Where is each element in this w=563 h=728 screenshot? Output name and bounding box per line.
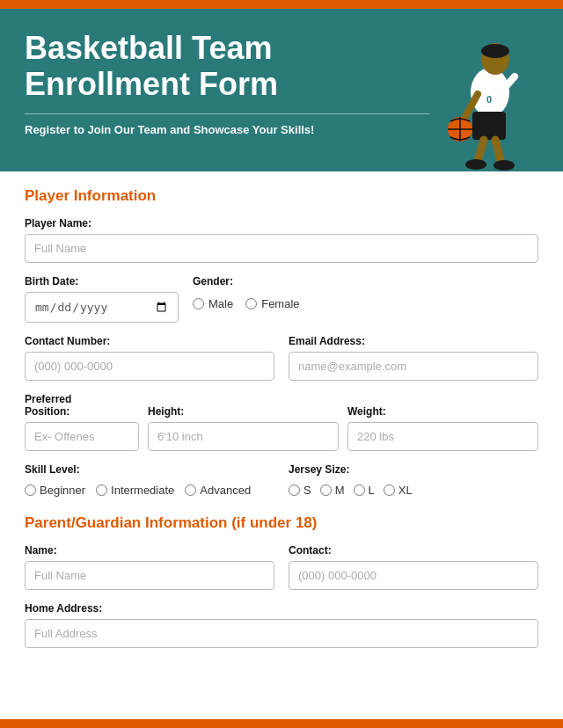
position-field: PreferredPosition: (25, 393, 139, 451)
player-name-input[interactable] (25, 234, 538, 263)
birthdate-label: Birth Date: (25, 275, 179, 288)
height-label: Height: (148, 405, 339, 418)
skill-beginner-radio[interactable] (25, 484, 36, 496)
jersey-m-option[interactable]: M (320, 484, 345, 497)
email-label: Email Address: (289, 335, 538, 347)
weight-input[interactable] (347, 422, 538, 451)
jersey-field: Jersey Size: S M L (289, 463, 538, 497)
gender-male-option[interactable]: Male (193, 297, 233, 310)
svg-rect-6 (472, 112, 506, 140)
height-field: Height: (148, 405, 339, 451)
svg-point-9 (465, 159, 486, 170)
birthdate-input[interactable] (25, 292, 179, 323)
skill-intermediate-option[interactable]: Intermediate (96, 484, 174, 497)
svg-point-3 (481, 44, 509, 58)
weight-label: Weight: (347, 405, 538, 418)
contact-field: Contact Number: (25, 335, 274, 381)
jersey-l-radio[interactable] (354, 484, 365, 496)
skill-intermediate-label: Intermediate (111, 484, 174, 497)
gender-female-label: Female (261, 297, 299, 310)
parent-contact-label: Contact: (289, 544, 538, 557)
skill-beginner-label: Beginner (40, 484, 85, 497)
gender-radio-group: Male Female (193, 297, 538, 310)
gender-male-label: Male (208, 297, 233, 310)
height-input[interactable] (148, 422, 339, 451)
parent-name-input[interactable] (25, 561, 274, 590)
player-info-section: Player Information Player Name: Birth Da… (25, 187, 538, 497)
header-divider (25, 113, 429, 114)
weight-field: Weight: (347, 405, 538, 451)
position-input[interactable] (25, 422, 139, 451)
email-field: Email Address: (289, 335, 538, 381)
skill-intermediate-radio[interactable] (96, 484, 107, 496)
jersey-m-radio[interactable] (320, 484, 332, 496)
jersey-xl-label: XL (398, 484, 413, 497)
parent-name-contact-row: Name: Contact: (25, 544, 538, 590)
form-body: Player Information Player Name: Birth Da… (0, 171, 563, 719)
birthdate-gender-row: Birth Date: Gender: Male Female (25, 275, 538, 323)
parent-contact-input[interactable] (289, 561, 538, 590)
jersey-label: Jersey Size: (289, 463, 538, 476)
gender-male-radio[interactable] (193, 298, 204, 309)
skill-jersey-row: Skill Level: Beginner Intermediate Ad (25, 463, 538, 497)
top-bar (0, 0, 563, 9)
position-height-weight-row: PreferredPosition: Height: Weight: (25, 393, 538, 451)
parent-section-title: Parent/Guardian Information (if under 18… (25, 514, 538, 532)
home-address-label: Home Address: (25, 602, 538, 615)
bottom-bar (0, 719, 563, 728)
skill-field: Skill Level: Beginner Intermediate Ad (25, 463, 274, 497)
jersey-s-label: S (303, 484, 311, 497)
skill-advanced-option[interactable]: Advanced (185, 484, 251, 497)
parent-name-label: Name: (25, 544, 274, 557)
gender-female-radio[interactable] (245, 298, 257, 309)
gender-label: Gender: (193, 275, 538, 288)
skill-radio-group: Beginner Intermediate Advanced (25, 484, 274, 497)
jersey-xl-option[interactable]: XL (384, 484, 413, 497)
form-title: Basketball Team Enrollment Form (25, 30, 359, 103)
parent-section: Parent/Guardian Information (if under 18… (25, 514, 538, 648)
contact-label: Contact Number: (25, 335, 274, 347)
player-section-title: Player Information (25, 187, 538, 205)
skill-advanced-radio[interactable] (185, 484, 196, 496)
player-image: 0 (422, 18, 554, 171)
jersey-l-option[interactable]: L (354, 484, 375, 497)
gender-field: Gender: Male Female (193, 275, 538, 310)
jersey-s-radio[interactable] (289, 484, 300, 496)
svg-text:0: 0 (486, 94, 492, 105)
home-address-field: Home Address: (25, 602, 538, 648)
gender-female-option[interactable]: Female (245, 297, 299, 310)
parent-name-field: Name: (25, 544, 274, 590)
player-name-label: Player Name: (25, 217, 538, 229)
skill-beginner-option[interactable]: Beginner (25, 484, 85, 497)
contact-input[interactable] (25, 352, 274, 381)
jersey-radio-group: S M L XL (289, 484, 538, 497)
skill-advanced-label: Advanced (200, 484, 251, 497)
email-input[interactable] (289, 352, 538, 381)
header: Basketball Team Enrollment Form Register… (0, 9, 563, 171)
home-address-input[interactable] (25, 619, 538, 648)
contact-email-row: Contact Number: Email Address: (25, 335, 538, 381)
skill-label: Skill Level: (25, 463, 274, 476)
player-name-field: Player Name: (25, 217, 538, 263)
jersey-m-label: M (335, 484, 345, 497)
jersey-s-option[interactable]: S (289, 484, 311, 497)
position-label: PreferredPosition: (25, 393, 139, 418)
jersey-xl-radio[interactable] (384, 484, 395, 496)
birthdate-field: Birth Date: (25, 275, 179, 323)
svg-point-10 (494, 160, 515, 171)
jersey-l-label: L (369, 484, 375, 497)
parent-contact-field: Contact: (289, 544, 538, 590)
